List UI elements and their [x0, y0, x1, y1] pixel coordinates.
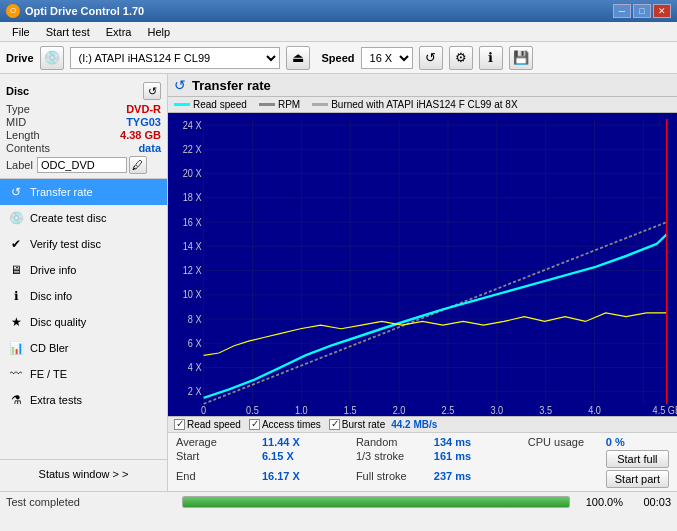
create-disc-icon: 💿 — [8, 210, 24, 226]
close-button[interactable]: ✕ — [653, 4, 671, 18]
svg-text:12 X: 12 X — [183, 264, 202, 276]
sidebar-item-fe-te[interactable]: 〰 FE / TE — [0, 361, 167, 387]
status-window-label: Status window > > — [39, 468, 129, 480]
menu-start-test[interactable]: Start test — [38, 24, 98, 40]
sidebar-item-label: Drive info — [30, 264, 76, 276]
disc-quality-icon: ★ — [8, 314, 24, 330]
svg-text:20 X: 20 X — [183, 167, 202, 179]
disc-label-icon-button[interactable]: 🖊 — [129, 156, 147, 174]
svg-text:14 X: 14 X — [183, 240, 202, 252]
legend-burned: Burned with ATAPI iHAS124 F CL99 at 8X — [312, 99, 517, 110]
drive-select[interactable]: (I:) ATAPI iHAS124 F CL99 — [70, 47, 280, 69]
read-speed-checkbox[interactable] — [174, 419, 185, 430]
access-times-checkbox[interactable] — [249, 419, 260, 430]
test-completed-label: Test completed — [6, 496, 174, 508]
svg-text:16 X: 16 X — [183, 216, 202, 228]
start-value: 6.15 X — [262, 450, 348, 468]
disc-info-icon: ℹ — [8, 288, 24, 304]
sidebar-item-disc-quality[interactable]: ★ Disc quality — [0, 309, 167, 335]
access-times-checkbox-group: Access times — [249, 419, 321, 430]
drive-icon: 💿 — [40, 46, 64, 70]
svg-text:3.5: 3.5 — [539, 404, 552, 416]
sidebar-item-transfer-rate[interactable]: ↺ Transfer rate — [0, 179, 167, 205]
stroke-label: 1/3 stroke — [348, 450, 434, 468]
burst-rate-value: 44.2 MB/s — [391, 419, 437, 430]
burst-rate-checkbox[interactable] — [329, 419, 340, 430]
sidebar-item-drive-info[interactable]: 🖥 Drive info — [0, 257, 167, 283]
sidebar-item-label: Disc quality — [30, 316, 86, 328]
disc-length-value: 4.38 GB — [120, 129, 161, 141]
sidebar-item-create-test-disc[interactable]: 💿 Create test disc — [0, 205, 167, 231]
disc-mid-value: TYG03 — [126, 116, 161, 128]
rpm-color — [259, 103, 275, 106]
cpu-label: CPU usage — [520, 436, 606, 448]
drive-info-icon: 🖥 — [8, 262, 24, 278]
svg-text:0.5: 0.5 — [246, 404, 259, 416]
settings-button[interactable]: ⚙ — [449, 46, 473, 70]
full-stroke-value: 237 ms — [434, 470, 520, 488]
disc-contents-value: data — [138, 142, 161, 154]
disc-refresh-button[interactable]: ↺ — [143, 82, 161, 100]
sidebar-item-label: Create test disc — [30, 212, 106, 224]
svg-text:1.0: 1.0 — [295, 404, 308, 416]
sidebar-item-label: Extra tests — [30, 394, 82, 406]
menu-help[interactable]: Help — [139, 24, 178, 40]
average-label: Average — [176, 436, 262, 448]
svg-text:1.5: 1.5 — [344, 404, 357, 416]
disc-section: Disc ↺ Type DVD-R MID TYG03 Length 4.38 … — [0, 78, 167, 179]
read-speed-checkbox-group: Read speed — [174, 419, 241, 430]
read-speed-color — [174, 103, 190, 106]
burned-color — [312, 103, 328, 106]
extra-tests-icon: ⚗ — [8, 392, 24, 408]
sidebar-item-disc-info[interactable]: ℹ Disc info — [0, 283, 167, 309]
app-title: Opti Drive Control 1.70 — [25, 5, 611, 17]
refresh-drive-button[interactable]: ↺ — [419, 46, 443, 70]
chart-header: ↺ Transfer rate — [168, 74, 677, 97]
end-label: End — [176, 470, 262, 488]
disc-label-label: Label — [6, 159, 33, 171]
random-value: 134 ms — [434, 436, 520, 448]
average-value: 11.44 X — [262, 436, 348, 448]
svg-text:8 X: 8 X — [188, 313, 202, 325]
sidebar-item-extra-tests[interactable]: ⚗ Extra tests — [0, 387, 167, 413]
timer-display: 00:03 — [631, 496, 671, 508]
speed-label: Speed — [322, 52, 355, 64]
menu-bar: File Start test Extra Help — [0, 22, 677, 42]
legend-read-speed: Read speed — [174, 99, 247, 110]
legend-rpm-label: RPM — [278, 99, 300, 110]
cpu-value: 0 % — [606, 436, 669, 448]
chart-svg: 24 X 22 X 20 X 18 X 16 X 14 X 12 X 10 X … — [168, 113, 677, 416]
legend-read-speed-label: Read speed — [193, 99, 247, 110]
save-button[interactable]: 💾 — [509, 46, 533, 70]
progress-bar-container — [182, 496, 570, 508]
svg-text:3.0: 3.0 — [490, 404, 503, 416]
eject-button[interactable]: ⏏ — [286, 46, 310, 70]
svg-text:24 X: 24 X — [183, 119, 202, 131]
disc-type-label: Type — [6, 103, 30, 115]
speed-select[interactable]: 16 X — [361, 47, 413, 69]
status-window-button[interactable]: Status window > > — [0, 459, 168, 487]
status-bar: Test completed 100.0% 00:03 — [0, 491, 677, 511]
disc-contents-label: Contents — [6, 142, 50, 154]
start-full-button[interactable]: Start full — [606, 450, 669, 468]
start-part-button[interactable]: Start part — [606, 470, 669, 488]
minimize-button[interactable]: ─ — [613, 4, 631, 18]
menu-extra[interactable]: Extra — [98, 24, 140, 40]
full-stroke-label: Full stroke — [348, 470, 434, 488]
main-area: Disc ↺ Type DVD-R MID TYG03 Length 4.38 … — [0, 74, 677, 491]
sidebar-item-label: FE / TE — [30, 368, 67, 380]
svg-text:4 X: 4 X — [188, 361, 202, 373]
info-button[interactable]: ℹ — [479, 46, 503, 70]
svg-text:18 X: 18 X — [183, 192, 202, 204]
progress-percentage: 100.0% — [578, 496, 623, 508]
stats-bar: Read speed Access times Burst rate 44.2 … — [168, 416, 677, 432]
sidebar-item-cd-bler[interactable]: 📊 CD Bler — [0, 335, 167, 361]
menu-file[interactable]: File — [4, 24, 38, 40]
sidebar-item-verify-test-disc[interactable]: ✔ Verify test disc — [0, 231, 167, 257]
legend-rpm: RPM — [259, 99, 300, 110]
title-bar: O Opti Drive Control 1.70 ─ □ ✕ — [0, 0, 677, 22]
restore-button[interactable]: □ — [633, 4, 651, 18]
disc-label-input[interactable] — [37, 157, 127, 173]
cd-bler-icon: 📊 — [8, 340, 24, 356]
legend-bar: Read speed RPM Burned with ATAPI iHAS124… — [168, 97, 677, 113]
